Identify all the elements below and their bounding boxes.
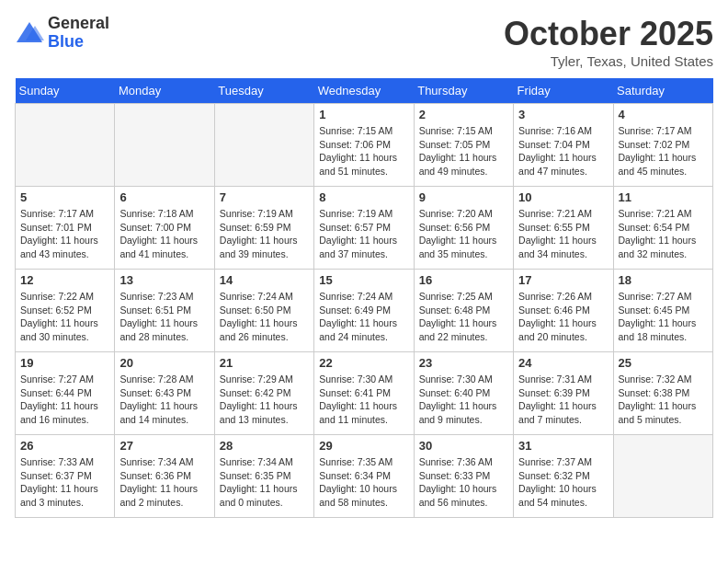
day-number: 27 bbox=[119, 439, 209, 453]
day-cell bbox=[613, 435, 712, 518]
day-cell: 14Sunrise: 7:24 AMSunset: 6:50 PMDayligh… bbox=[214, 270, 313, 352]
day-info: Sunrise: 7:16 AMSunset: 7:04 PMDaylight:… bbox=[518, 124, 608, 178]
day-cell: 16Sunrise: 7:25 AMSunset: 6:48 PMDayligh… bbox=[414, 270, 513, 352]
day-info: Sunrise: 7:26 AMSunset: 6:46 PMDaylight:… bbox=[518, 290, 608, 344]
day-cell bbox=[115, 104, 214, 187]
week-row: 19Sunrise: 7:27 AMSunset: 6:44 PMDayligh… bbox=[16, 352, 713, 435]
day-cell: 3Sunrise: 7:16 AMSunset: 7:04 PMDaylight… bbox=[514, 104, 613, 187]
day-number: 11 bbox=[619, 190, 708, 204]
day-cell: 22Sunrise: 7:30 AMSunset: 6:41 PMDayligh… bbox=[314, 352, 414, 435]
day-number: 3 bbox=[518, 108, 608, 121]
day-info: Sunrise: 7:17 AMSunset: 7:01 PMDaylight:… bbox=[20, 207, 109, 261]
day-info: Sunrise: 7:25 AMSunset: 6:48 PMDaylight:… bbox=[419, 290, 508, 344]
title-block: October 2025 Tyler, Texas, United States bbox=[504, 15, 713, 69]
weekday-header: Saturday bbox=[613, 78, 712, 104]
day-info: Sunrise: 7:21 AMSunset: 6:54 PMDaylight:… bbox=[619, 207, 708, 261]
day-number: 10 bbox=[518, 190, 608, 204]
day-cell: 1Sunrise: 7:15 AMSunset: 7:06 PMDaylight… bbox=[314, 104, 414, 187]
day-number: 24 bbox=[518, 356, 608, 370]
logo-blue: Blue bbox=[48, 33, 109, 52]
day-info: Sunrise: 7:37 AMSunset: 6:32 PMDaylight:… bbox=[518, 455, 608, 510]
day-info: Sunrise: 7:24 AMSunset: 6:50 PMDaylight:… bbox=[220, 290, 309, 344]
day-cell: 17Sunrise: 7:26 AMSunset: 6:46 PMDayligh… bbox=[514, 270, 613, 352]
day-number: 21 bbox=[220, 356, 309, 370]
day-info: Sunrise: 7:34 AMSunset: 6:35 PMDaylight:… bbox=[220, 455, 309, 510]
weekday-header: Friday bbox=[514, 78, 613, 104]
day-number: 30 bbox=[419, 439, 508, 453]
day-number: 2 bbox=[419, 108, 508, 121]
day-cell: 21Sunrise: 7:29 AMSunset: 6:42 PMDayligh… bbox=[214, 352, 313, 435]
week-row: 1Sunrise: 7:15 AMSunset: 7:06 PMDaylight… bbox=[16, 104, 713, 187]
day-cell bbox=[16, 104, 115, 187]
day-info: Sunrise: 7:31 AMSunset: 6:39 PMDaylight:… bbox=[518, 373, 608, 427]
day-number: 16 bbox=[419, 273, 508, 287]
day-number: 29 bbox=[319, 439, 408, 453]
day-number: 8 bbox=[319, 190, 408, 204]
day-info: Sunrise: 7:18 AMSunset: 7:00 PMDaylight:… bbox=[119, 207, 209, 261]
calendar-subtitle: Tyler, Texas, United States bbox=[504, 53, 713, 69]
day-info: Sunrise: 7:19 AMSunset: 6:59 PMDaylight:… bbox=[220, 207, 309, 261]
day-cell: 6Sunrise: 7:18 AMSunset: 7:00 PMDaylight… bbox=[115, 187, 214, 270]
day-number: 9 bbox=[419, 190, 508, 204]
day-cell: 9Sunrise: 7:20 AMSunset: 6:56 PMDaylight… bbox=[414, 187, 513, 270]
day-info: Sunrise: 7:29 AMSunset: 6:42 PMDaylight:… bbox=[220, 373, 309, 427]
weekday-header: Thursday bbox=[414, 78, 513, 104]
day-info: Sunrise: 7:27 AMSunset: 6:45 PMDaylight:… bbox=[619, 290, 708, 344]
day-cell bbox=[214, 104, 313, 187]
week-row: 12Sunrise: 7:22 AMSunset: 6:52 PMDayligh… bbox=[16, 270, 713, 352]
weekday-header-row: SundayMondayTuesdayWednesdayThursdayFrid… bbox=[16, 78, 713, 104]
logo-icon bbox=[15, 20, 44, 46]
day-info: Sunrise: 7:32 AMSunset: 6:38 PMDaylight:… bbox=[619, 373, 708, 427]
day-number: 15 bbox=[319, 273, 408, 287]
day-info: Sunrise: 7:21 AMSunset: 6:55 PMDaylight:… bbox=[518, 207, 608, 261]
day-number: 6 bbox=[119, 190, 209, 204]
day-cell: 24Sunrise: 7:31 AMSunset: 6:39 PMDayligh… bbox=[514, 352, 613, 435]
weekday-header: Wednesday bbox=[314, 78, 414, 104]
day-cell: 11Sunrise: 7:21 AMSunset: 6:54 PMDayligh… bbox=[613, 187, 712, 270]
weekday-header: Tuesday bbox=[214, 78, 313, 104]
logo-text: General Blue bbox=[48, 15, 109, 52]
day-number: 13 bbox=[119, 273, 209, 287]
day-cell: 10Sunrise: 7:21 AMSunset: 6:55 PMDayligh… bbox=[514, 187, 613, 270]
day-cell: 29Sunrise: 7:35 AMSunset: 6:34 PMDayligh… bbox=[314, 435, 414, 518]
day-info: Sunrise: 7:15 AMSunset: 7:06 PMDaylight:… bbox=[319, 124, 408, 178]
day-number: 22 bbox=[319, 356, 408, 370]
day-cell: 26Sunrise: 7:33 AMSunset: 6:37 PMDayligh… bbox=[16, 435, 115, 518]
day-number: 7 bbox=[220, 190, 309, 204]
day-info: Sunrise: 7:15 AMSunset: 7:05 PMDaylight:… bbox=[419, 124, 508, 178]
day-number: 25 bbox=[619, 356, 708, 370]
weekday-header: Sunday bbox=[16, 78, 115, 104]
day-info: Sunrise: 7:30 AMSunset: 6:40 PMDaylight:… bbox=[419, 373, 508, 427]
day-info: Sunrise: 7:19 AMSunset: 6:57 PMDaylight:… bbox=[319, 207, 408, 261]
calendar-table: SundayMondayTuesdayWednesdayThursdayFrid… bbox=[15, 78, 713, 518]
day-cell: 15Sunrise: 7:24 AMSunset: 6:49 PMDayligh… bbox=[314, 270, 414, 352]
day-cell: 30Sunrise: 7:36 AMSunset: 6:33 PMDayligh… bbox=[414, 435, 513, 518]
day-number: 26 bbox=[20, 439, 109, 453]
day-cell: 27Sunrise: 7:34 AMSunset: 6:36 PMDayligh… bbox=[115, 435, 214, 518]
day-cell: 28Sunrise: 7:34 AMSunset: 6:35 PMDayligh… bbox=[214, 435, 313, 518]
day-cell: 18Sunrise: 7:27 AMSunset: 6:45 PMDayligh… bbox=[613, 270, 712, 352]
calendar-title: October 2025 bbox=[504, 15, 713, 53]
day-info: Sunrise: 7:28 AMSunset: 6:43 PMDaylight:… bbox=[119, 373, 209, 427]
day-info: Sunrise: 7:33 AMSunset: 6:37 PMDaylight:… bbox=[20, 455, 109, 510]
day-number: 12 bbox=[20, 273, 109, 287]
day-cell: 5Sunrise: 7:17 AMSunset: 7:01 PMDaylight… bbox=[16, 187, 115, 270]
day-cell: 2Sunrise: 7:15 AMSunset: 7:05 PMDaylight… bbox=[414, 104, 513, 187]
day-cell: 13Sunrise: 7:23 AMSunset: 6:51 PMDayligh… bbox=[115, 270, 214, 352]
day-number: 18 bbox=[619, 273, 708, 287]
day-info: Sunrise: 7:35 AMSunset: 6:34 PMDaylight:… bbox=[319, 455, 408, 510]
day-number: 1 bbox=[319, 108, 408, 121]
logo: General Blue bbox=[15, 15, 109, 52]
weekday-header: Monday bbox=[115, 78, 214, 104]
logo-general: General bbox=[48, 15, 109, 33]
day-info: Sunrise: 7:36 AMSunset: 6:33 PMDaylight:… bbox=[419, 455, 508, 510]
day-number: 23 bbox=[419, 356, 508, 370]
day-cell: 23Sunrise: 7:30 AMSunset: 6:40 PMDayligh… bbox=[414, 352, 513, 435]
day-info: Sunrise: 7:20 AMSunset: 6:56 PMDaylight:… bbox=[419, 207, 508, 261]
day-number: 28 bbox=[220, 439, 309, 453]
week-row: 26Sunrise: 7:33 AMSunset: 6:37 PMDayligh… bbox=[16, 435, 713, 518]
day-cell: 31Sunrise: 7:37 AMSunset: 6:32 PMDayligh… bbox=[514, 435, 613, 518]
day-cell: 25Sunrise: 7:32 AMSunset: 6:38 PMDayligh… bbox=[613, 352, 712, 435]
day-info: Sunrise: 7:22 AMSunset: 6:52 PMDaylight:… bbox=[20, 290, 109, 344]
day-number: 19 bbox=[20, 356, 109, 370]
